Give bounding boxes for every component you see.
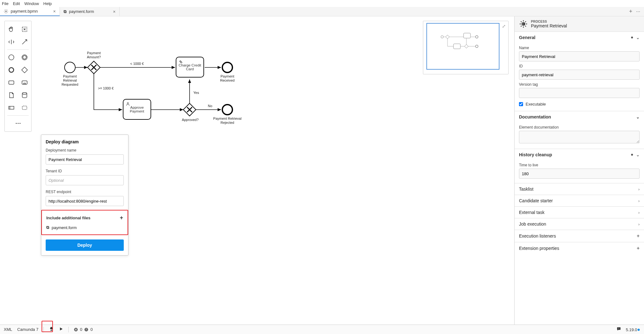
lasso-tool-icon[interactable] bbox=[21, 26, 28, 33]
tab-payment-bpmn[interactable]: payment.bpmn × bbox=[0, 7, 60, 16]
task-icon[interactable] bbox=[8, 79, 15, 86]
label: Candidate starter bbox=[519, 198, 553, 203]
group-tasklist[interactable]: Tasklist› bbox=[515, 183, 644, 195]
menubar: File Edit Window Help bbox=[0, 0, 644, 7]
label: External task bbox=[519, 210, 544, 215]
group-extension-properties[interactable]: Extension properties+ bbox=[515, 242, 644, 254]
group-general-header[interactable]: General ⌄ bbox=[515, 32, 644, 43]
menu-window[interactable]: Window bbox=[24, 1, 39, 6]
plus-icon[interactable]: + bbox=[637, 233, 640, 239]
included-file-name: payment.form bbox=[52, 225, 77, 230]
executable-checkbox-input[interactable] bbox=[519, 102, 523, 106]
gateway-amount[interactable] bbox=[87, 60, 101, 74]
properties-panel: PROCESS Payment Retrieval General ⌄ Name… bbox=[514, 16, 644, 325]
included-file-row[interactable]: ⧉ payment.form bbox=[46, 225, 123, 230]
branch-gte-label: >= 1000 € bbox=[96, 86, 115, 90]
chevron-right-icon: › bbox=[638, 222, 640, 227]
hand-tool-icon[interactable] bbox=[8, 26, 15, 33]
name-input[interactable] bbox=[519, 51, 640, 61]
tab-label: payment.form bbox=[69, 9, 94, 14]
form-icon: ⧉ bbox=[46, 225, 49, 230]
properties-title: Payment Retrieval bbox=[531, 23, 567, 28]
deploy-button[interactable]: Deploy bbox=[46, 239, 124, 251]
close-icon[interactable]: × bbox=[113, 9, 116, 14]
svg-rect-10 bbox=[9, 106, 14, 109]
id-input[interactable] bbox=[519, 70, 640, 80]
close-icon[interactable]: × bbox=[53, 9, 56, 14]
chevron-down-icon: ⌄ bbox=[636, 153, 640, 157]
run-button[interactable] bbox=[59, 327, 63, 332]
menu-edit[interactable]: Edit bbox=[13, 1, 20, 6]
tenant-input[interactable] bbox=[46, 175, 124, 185]
group-external-task[interactable]: External task› bbox=[515, 206, 644, 218]
deployment-name-input[interactable] bbox=[46, 154, 124, 164]
group-history: History cleanup ⌄ Time to live bbox=[515, 149, 644, 183]
doc-textarea[interactable] bbox=[519, 131, 640, 143]
subprocess-icon[interactable] bbox=[21, 79, 28, 86]
tab-label: payment.bpmn bbox=[11, 9, 38, 14]
gateway-approved[interactable] bbox=[183, 103, 197, 117]
label: Execution listeners bbox=[519, 233, 556, 239]
group-history-header[interactable]: History cleanup ⌄ bbox=[515, 149, 644, 160]
tab-menu-icon[interactable]: ⋯ bbox=[636, 9, 640, 14]
version-label[interactable]: 5.19.0● bbox=[626, 327, 640, 332]
deploy-title: Deploy diagram bbox=[46, 139, 124, 144]
menu-help[interactable]: Help bbox=[43, 1, 52, 6]
expand-icon[interactable]: ⤢ bbox=[502, 24, 506, 29]
group-general: General ⌄ Name ID Version tag Executable bbox=[515, 32, 644, 111]
minimap-viewport[interactable] bbox=[426, 23, 499, 70]
group-execution-listeners[interactable]: Execution listeners+ bbox=[515, 230, 644, 242]
executable-checkbox[interactable]: Executable bbox=[519, 102, 640, 107]
doc-label: Element documentation bbox=[519, 125, 640, 130]
svg-point-20 bbox=[127, 102, 128, 104]
status-counts[interactable]: 0 0 bbox=[74, 327, 93, 332]
data-store-icon[interactable] bbox=[21, 91, 28, 99]
add-file-button[interactable]: + bbox=[120, 215, 123, 221]
task-charge[interactable]: Charge Credit Card bbox=[176, 57, 204, 78]
deploy-dialog: Deploy diagram Deployment name Tenant ID… bbox=[41, 135, 128, 256]
connect-tool-icon[interactable] bbox=[21, 38, 28, 46]
tab-payment-form[interactable]: ⧉ payment.form × bbox=[60, 7, 120, 16]
start-event[interactable] bbox=[64, 62, 76, 73]
group-candidate-starter[interactable]: Candidate starter› bbox=[515, 195, 644, 206]
menu-file[interactable]: File bbox=[2, 1, 9, 6]
name-label: Name bbox=[519, 46, 640, 50]
deploy-rocket-button[interactable] bbox=[49, 326, 54, 332]
view-xml-button[interactable]: XML bbox=[4, 327, 12, 332]
end-received[interactable] bbox=[222, 62, 233, 73]
version-label: Version tag bbox=[519, 82, 640, 87]
group-documentation-header[interactable]: Documentation ⌄ bbox=[515, 111, 644, 123]
minimap[interactable]: ⤢ bbox=[423, 21, 509, 74]
svg-point-23 bbox=[476, 36, 478, 38]
feedback-icon[interactable] bbox=[616, 326, 621, 332]
plus-icon[interactable]: + bbox=[637, 245, 640, 251]
ttl-input[interactable] bbox=[519, 169, 640, 179]
end-received-label: Payment Received bbox=[218, 74, 237, 83]
svg-point-21 bbox=[441, 36, 443, 38]
engine-selector[interactable]: Camunda 7 bbox=[17, 327, 38, 332]
new-tab-button[interactable]: + bbox=[629, 8, 632, 15]
label: Extension properties bbox=[519, 246, 559, 251]
end-event-icon[interactable] bbox=[8, 66, 15, 74]
tool-palette bbox=[4, 21, 31, 132]
version-input[interactable] bbox=[519, 88, 640, 98]
tabbar: payment.bpmn × ⧉ payment.form × + ⋯ bbox=[0, 7, 644, 16]
end-rejected-label: Payment Retrieval Rejected bbox=[213, 117, 242, 125]
properties-header: PROCESS Payment Retrieval bbox=[515, 16, 644, 32]
intermediate-event-icon[interactable] bbox=[21, 54, 28, 61]
gateway-icon[interactable] bbox=[21, 66, 28, 74]
participant-icon[interactable] bbox=[8, 104, 15, 112]
svg-rect-11 bbox=[22, 106, 27, 110]
svg-point-25 bbox=[476, 45, 478, 48]
end-rejected[interactable] bbox=[222, 104, 233, 115]
task-approve[interactable]: Approve Payment bbox=[123, 99, 151, 120]
group-job-execution[interactable]: Job execution› bbox=[515, 218, 644, 230]
start-event-icon[interactable] bbox=[8, 54, 15, 61]
group-icon[interactable] bbox=[21, 104, 28, 112]
editor-main: Payment Retrieval Requested Payment Amou… bbox=[0, 16, 644, 325]
data-object-icon[interactable] bbox=[8, 91, 15, 99]
space-tool-icon[interactable] bbox=[8, 38, 15, 46]
endpoint-input[interactable] bbox=[46, 196, 124, 206]
more-tools-icon[interactable] bbox=[15, 123, 21, 124]
error-icon bbox=[74, 327, 78, 332]
